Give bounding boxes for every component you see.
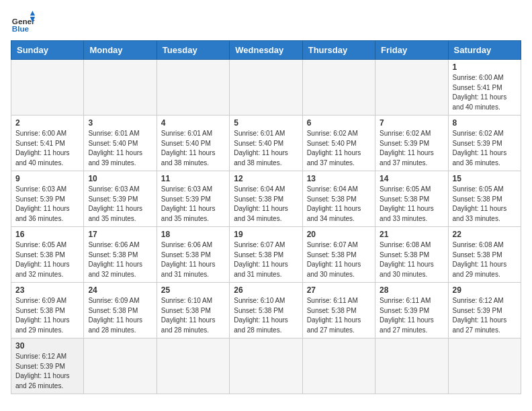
calendar-cell <box>302 60 375 116</box>
day-info: Sunrise: 6:06 AMSunset: 5:38 PMDaylight:… <box>88 240 152 279</box>
calendar-cell <box>230 338 302 394</box>
day-info: Sunrise: 6:07 AMSunset: 5:38 PMDaylight:… <box>307 240 371 279</box>
day-number: 18 <box>161 230 225 239</box>
calendar-cell: 12Sunrise: 6:04 AMSunset: 5:38 PMDayligh… <box>230 171 302 227</box>
weekday-header-row: SundayMondayTuesdayWednesdayThursdayFrid… <box>11 41 521 60</box>
calendar-cell: 3Sunrise: 6:01 AMSunset: 5:40 PMDaylight… <box>84 116 157 171</box>
day-info: Sunrise: 6:02 AMSunset: 5:39 PMDaylight:… <box>453 129 517 168</box>
calendar-cell <box>230 60 302 116</box>
day-number: 24 <box>88 285 152 295</box>
calendar-cell: 29Sunrise: 6:12 AMSunset: 5:39 PMDayligh… <box>448 283 521 338</box>
day-info: Sunrise: 6:07 AMSunset: 5:38 PMDaylight:… <box>234 240 298 279</box>
calendar-cell: 16Sunrise: 6:05 AMSunset: 5:38 PMDayligh… <box>11 227 84 283</box>
day-info: Sunrise: 6:03 AMSunset: 5:39 PMDaylight:… <box>161 185 225 224</box>
day-number: 5 <box>234 118 298 128</box>
day-info: Sunrise: 6:01 AMSunset: 5:40 PMDaylight:… <box>88 129 152 168</box>
calendar-row-5: 30Sunrise: 6:12 AMSunset: 5:39 PMDayligh… <box>11 338 521 394</box>
calendar-cell: 21Sunrise: 6:08 AMSunset: 5:38 PMDayligh… <box>375 227 448 283</box>
calendar-cell <box>375 60 448 116</box>
calendar-row-4: 23Sunrise: 6:09 AMSunset: 5:38 PMDayligh… <box>11 283 521 338</box>
day-info: Sunrise: 6:05 AMSunset: 5:38 PMDaylight:… <box>15 240 79 279</box>
page-header: General Blue <box>11 11 521 35</box>
calendar-cell: 25Sunrise: 6:10 AMSunset: 5:38 PMDayligh… <box>157 283 229 338</box>
day-number: 4 <box>161 118 225 128</box>
day-info: Sunrise: 6:11 AMSunset: 5:39 PMDaylight:… <box>380 296 443 335</box>
day-number: 29 <box>453 285 517 295</box>
calendar-cell <box>302 338 375 394</box>
weekday-header-friday: Friday <box>375 41 448 60</box>
day-number: 1 <box>453 62 517 72</box>
day-info: Sunrise: 6:05 AMSunset: 5:38 PMDaylight:… <box>453 185 517 224</box>
calendar-cell: 13Sunrise: 6:04 AMSunset: 5:38 PMDayligh… <box>302 171 375 227</box>
calendar-cell: 17Sunrise: 6:06 AMSunset: 5:38 PMDayligh… <box>84 227 157 283</box>
calendar-cell: 11Sunrise: 6:03 AMSunset: 5:39 PMDayligh… <box>157 171 229 227</box>
day-info: Sunrise: 6:09 AMSunset: 5:38 PMDaylight:… <box>88 296 152 335</box>
calendar-cell: 10Sunrise: 6:03 AMSunset: 5:39 PMDayligh… <box>84 171 157 227</box>
calendar-row-1: 2Sunrise: 6:00 AMSunset: 5:41 PMDaylight… <box>11 116 521 171</box>
day-info: Sunrise: 6:02 AMSunset: 5:40 PMDaylight:… <box>307 129 371 168</box>
day-number: 26 <box>234 285 298 295</box>
calendar-cell: 27Sunrise: 6:11 AMSunset: 5:38 PMDayligh… <box>302 283 375 338</box>
day-number: 3 <box>88 118 152 128</box>
day-info: Sunrise: 6:08 AMSunset: 5:38 PMDaylight:… <box>453 240 517 279</box>
calendar-cell: 18Sunrise: 6:06 AMSunset: 5:38 PMDayligh… <box>157 227 229 283</box>
weekday-header-sunday: Sunday <box>11 41 84 60</box>
day-number: 9 <box>15 174 79 183</box>
day-number: 14 <box>380 174 443 183</box>
day-number: 8 <box>453 118 517 128</box>
day-info: Sunrise: 6:06 AMSunset: 5:38 PMDaylight:… <box>161 240 225 279</box>
day-number: 16 <box>15 230 79 239</box>
day-number: 22 <box>453 230 517 239</box>
day-info: Sunrise: 6:03 AMSunset: 5:39 PMDaylight:… <box>15 185 79 224</box>
logo: General Blue <box>11 11 35 35</box>
day-info: Sunrise: 6:11 AMSunset: 5:38 PMDaylight:… <box>307 296 371 335</box>
calendar-cell: 19Sunrise: 6:07 AMSunset: 5:38 PMDayligh… <box>230 227 302 283</box>
calendar-cell: 4Sunrise: 6:01 AMSunset: 5:40 PMDaylight… <box>157 116 229 171</box>
day-number: 13 <box>307 174 371 183</box>
calendar-table: SundayMondayTuesdayWednesdayThursdayFrid… <box>11 40 521 394</box>
logo-icon: General Blue <box>11 11 35 35</box>
day-info: Sunrise: 6:12 AMSunset: 5:39 PMDaylight:… <box>15 352 79 391</box>
calendar-cell: 9Sunrise: 6:03 AMSunset: 5:39 PMDaylight… <box>11 171 84 227</box>
day-info: Sunrise: 6:01 AMSunset: 5:40 PMDaylight:… <box>234 129 298 168</box>
day-info: Sunrise: 6:00 AMSunset: 5:41 PMDaylight:… <box>453 73 517 112</box>
weekday-header-thursday: Thursday <box>302 41 375 60</box>
calendar-cell: 1Sunrise: 6:00 AMSunset: 5:41 PMDaylight… <box>448 60 521 116</box>
day-number: 19 <box>234 230 298 239</box>
weekday-header-monday: Monday <box>84 41 157 60</box>
calendar-cell: 28Sunrise: 6:11 AMSunset: 5:39 PMDayligh… <box>375 283 448 338</box>
calendar-cell: 6Sunrise: 6:02 AMSunset: 5:40 PMDaylight… <box>302 116 375 171</box>
calendar-cell: 15Sunrise: 6:05 AMSunset: 5:38 PMDayligh… <box>448 171 521 227</box>
calendar-cell: 7Sunrise: 6:02 AMSunset: 5:39 PMDaylight… <box>375 116 448 171</box>
day-info: Sunrise: 6:05 AMSunset: 5:38 PMDaylight:… <box>380 185 443 224</box>
day-info: Sunrise: 6:08 AMSunset: 5:38 PMDaylight:… <box>380 240 443 279</box>
weekday-header-wednesday: Wednesday <box>230 41 302 60</box>
calendar-cell <box>84 60 157 116</box>
svg-text:Blue: Blue <box>12 24 30 33</box>
calendar-cell: 5Sunrise: 6:01 AMSunset: 5:40 PMDaylight… <box>230 116 302 171</box>
day-number: 10 <box>88 174 152 183</box>
calendar-cell: 24Sunrise: 6:09 AMSunset: 5:38 PMDayligh… <box>84 283 157 338</box>
day-number: 6 <box>307 118 371 128</box>
day-number: 20 <box>307 230 371 239</box>
day-info: Sunrise: 6:04 AMSunset: 5:38 PMDaylight:… <box>307 185 371 224</box>
day-info: Sunrise: 6:02 AMSunset: 5:39 PMDaylight:… <box>380 129 443 168</box>
weekday-header-tuesday: Tuesday <box>157 41 229 60</box>
day-number: 15 <box>453 174 517 183</box>
calendar-row-3: 16Sunrise: 6:05 AMSunset: 5:38 PMDayligh… <box>11 227 521 283</box>
svg-marker-2 <box>30 11 35 15</box>
calendar-cell: 14Sunrise: 6:05 AMSunset: 5:38 PMDayligh… <box>375 171 448 227</box>
calendar-cell <box>157 60 229 116</box>
calendar-cell <box>448 338 521 394</box>
day-number: 2 <box>15 118 79 128</box>
calendar-cell: 2Sunrise: 6:00 AMSunset: 5:41 PMDaylight… <box>11 116 84 171</box>
day-number: 27 <box>307 285 371 295</box>
day-info: Sunrise: 6:01 AMSunset: 5:40 PMDaylight:… <box>161 129 225 168</box>
day-number: 21 <box>380 230 443 239</box>
day-info: Sunrise: 6:10 AMSunset: 5:38 PMDaylight:… <box>161 296 225 335</box>
calendar-cell: 30Sunrise: 6:12 AMSunset: 5:39 PMDayligh… <box>11 338 84 394</box>
calendar-row-0: 1Sunrise: 6:00 AMSunset: 5:41 PMDaylight… <box>11 60 521 116</box>
calendar-cell <box>375 338 448 394</box>
day-number: 25 <box>161 285 225 295</box>
calendar-cell <box>84 338 157 394</box>
